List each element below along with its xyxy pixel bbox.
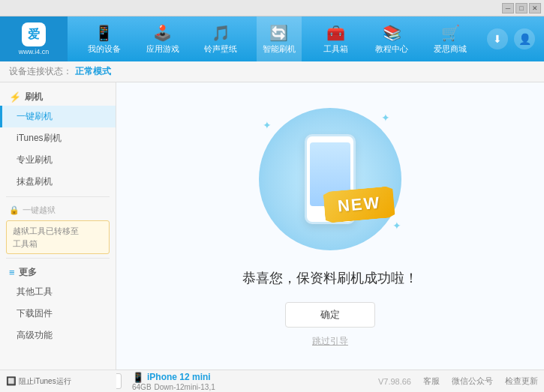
flash-section-icon: ⚡ [9,91,21,103]
status-value-text: 正常模式 [75,65,111,78]
customer-service-link[interactable]: 客服 [423,376,440,387]
toolbox-icon: 🧰 [326,24,345,42]
more-section-icon: ≡ [9,267,15,278]
device-storage: 64GB [132,383,152,391]
device-name: iPhone 12 mini [147,372,211,382]
header: 爱 www.i4.cn 📱 我的设备 🕹️ 应用游戏 🎵 铃声壁纸 🔄 智能刷机… [0,16,544,61]
device-info: 📱 iPhone 12 mini 64GB Down-12mini-13,1 [132,372,215,391]
header-right: ⬇ 👤 [487,28,544,49]
nav-ringtones[interactable]: 🎵 铃声壁纸 [198,16,243,61]
sidebar-item-download-firmware[interactable]: 下载固件 [0,303,116,325]
smart-flash-label: 智能刷机 [263,43,296,55]
sidebar-section-flash: ⚡ 刷机 [0,87,116,106]
nav-bar: 📱 我的设备 🕹️ 应用游戏 🎵 铃声壁纸 🔄 智能刷机 🧰 工具箱 📚 教程中… [68,16,487,61]
sidebar-divider-2 [6,258,110,259]
sidebar-item-other-tools[interactable]: 其他工具 [0,281,116,303]
status-label-text: 设备连接状态： [9,65,72,78]
new-ribbon-text: NEW [323,186,395,223]
sidebar: ⚡ 刷机 一键刷机 iTunes刷机 专业刷机 抹盘刷机 🔒 一键越狱 越狱工具… [0,82,116,370]
status-bar: 设备连接状态： 正常模式 [0,61,544,82]
tutorial-icon: 📚 [383,24,401,42]
mall-label: 爱思商城 [434,43,467,55]
flash-section-label: 刷机 [25,91,43,103]
sidebar-item-advanced[interactable]: 高级功能 [0,325,116,346]
ringtones-label: 铃声壁纸 [204,43,237,55]
nav-mall[interactable]: 🛒 爱思商城 [428,16,473,61]
nav-smart-flash[interactable]: 🔄 智能刷机 [257,16,302,61]
ringtones-icon: 🎵 [212,24,230,42]
itunes-status-text: 阻止iTunes运行 [19,376,71,387]
sidebar-section-jailbreak: 🔒 一键越狱 [0,201,116,217]
sidebar-item-one-key-flash[interactable]: 一键刷机 [0,106,116,127]
skip-wizard-link[interactable]: 跳过引导 [312,335,348,348]
logo-subtitle: www.i4.cn [19,48,50,55]
sidebar-section-more: ≡ 更多 [0,262,116,281]
bottom-right: V7.98.66 客服 微信公众号 检查更新 [378,376,538,387]
wechat-public-link[interactable]: 微信公众号 [452,376,493,387]
tutorial-label: 教程中心 [375,43,408,55]
sidebar-divider-1 [6,196,110,197]
sparkle-3-icon: ✦ [392,220,401,232]
sidebar-item-itunes-flash[interactable]: iTunes刷机 [0,127,116,149]
itunes-status-bar: 🔲 阻止iTunes运行 [0,370,116,392]
itunes-status-icon: 🔲 [6,376,17,386]
phone-illustration: ✦ ✦ ✦ NEW [255,104,405,254]
logo-icon: 爱 [22,22,46,46]
nav-toolbox[interactable]: 🧰 工具箱 [315,16,356,61]
version-text: V7.98.66 [378,377,411,386]
check-update-link[interactable]: 检查更新 [505,376,538,387]
jailbreak-notice: 越狱工具已转移至工具箱 [6,220,110,254]
success-message: 恭喜您，保资料刷机成功啦！ [242,269,418,287]
maximize-btn[interactable]: □ [515,3,527,13]
my-device-label: 我的设备 [88,43,121,55]
confirm-button[interactable]: 确定 [285,302,375,328]
user-btn[interactable]: 👤 [514,28,535,49]
sparkle-1-icon: ✦ [263,119,272,131]
sidebar-item-wipe-flash[interactable]: 抹盘刷机 [0,171,116,193]
my-device-icon: 📱 [95,24,113,42]
nav-my-device[interactable]: 📱 我的设备 [82,16,127,61]
title-bar: ─ □ ✕ [0,0,544,16]
mall-icon: 🛒 [441,24,460,42]
phone-device-icon: 📱 [132,372,144,383]
lock-icon: 🔒 [9,205,20,215]
nav-apps-games[interactable]: 🕹️ 应用游戏 [140,16,185,61]
smart-flash-icon: 🔄 [269,24,288,42]
apps-games-label: 应用游戏 [146,43,179,55]
content-area: ✦ ✦ ✦ NEW 恭喜您，保资料刷机成功啦！ 确定 跳过引导 [116,82,544,370]
download-btn[interactable]: ⬇ [487,28,508,49]
main-layout: ⚡ 刷机 一键刷机 iTunes刷机 专业刷机 抹盘刷机 🔒 一键越狱 越狱工具… [0,82,544,370]
apps-games-icon: 🕹️ [153,24,172,42]
logo: 爱 www.i4.cn [0,16,68,61]
close-btn[interactable]: ✕ [529,3,541,13]
bottom-bar: 自动数连 跳过向导 📱 iPhone 12 mini 64GB Down-12m… [0,370,544,392]
window-controls[interactable]: ─ □ ✕ [502,3,541,13]
minimize-btn[interactable]: ─ [502,3,514,13]
nav-tutorial[interactable]: 📚 教程中心 [369,16,414,61]
sidebar-item-pro-flash[interactable]: 专业刷机 [0,149,116,171]
device-version: Down-12mini-13,1 [155,383,215,391]
new-badge: NEW [324,189,394,220]
toolbox-label: 工具箱 [323,43,348,55]
sparkle-2-icon: ✦ [381,112,390,124]
